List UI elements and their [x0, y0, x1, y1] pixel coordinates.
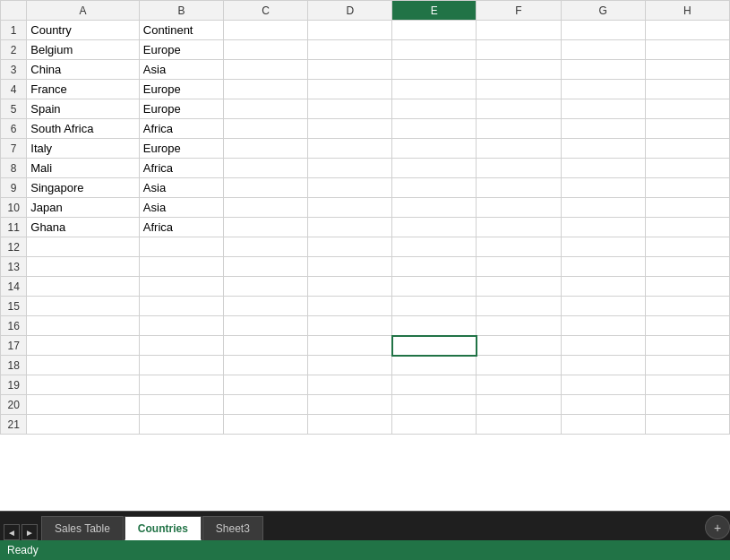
col-header-a[interactable]: A [27, 1, 140, 21]
cell-E6[interactable] [392, 119, 477, 139]
cell-H16[interactable] [645, 316, 729, 336]
cell-G16[interactable] [561, 316, 645, 336]
cell-C17[interactable] [223, 336, 307, 356]
cell-B3[interactable]: Asia [139, 60, 223, 80]
cell-H14[interactable] [645, 277, 729, 297]
cell-B5[interactable]: Europe [139, 99, 223, 119]
cell-D14[interactable] [308, 277, 392, 297]
add-sheet-button[interactable]: + [705, 515, 730, 539]
cell-C10[interactable] [223, 198, 307, 218]
cell-C3[interactable] [223, 60, 307, 80]
cell-E20[interactable] [392, 395, 477, 415]
cell-D17[interactable] [308, 336, 392, 356]
cell-C8[interactable] [223, 159, 307, 178]
cell-D3[interactable] [308, 60, 392, 80]
cell-A16[interactable] [27, 316, 140, 336]
cell-G8[interactable] [561, 159, 645, 178]
cell-F12[interactable] [477, 237, 561, 257]
col-header-h[interactable]: H [645, 1, 729, 21]
cell-E19[interactable] [392, 375, 477, 395]
cell-E16[interactable] [392, 316, 477, 336]
cell-F21[interactable] [477, 415, 561, 435]
cell-G12[interactable] [561, 237, 645, 257]
cell-E3[interactable] [392, 60, 477, 80]
cell-D4[interactable] [308, 80, 392, 99]
cell-D8[interactable] [308, 159, 392, 178]
cell-B11[interactable]: Africa [139, 218, 223, 237]
cell-H1[interactable] [645, 21, 729, 40]
cell-E2[interactable] [392, 40, 477, 60]
cell-C4[interactable] [223, 80, 307, 99]
cell-B1[interactable]: Continent [139, 21, 223, 40]
cell-B18[interactable] [139, 356, 223, 375]
cell-F17[interactable] [477, 336, 561, 356]
cell-H15[interactable] [645, 297, 729, 316]
cell-H13[interactable] [645, 257, 729, 277]
cell-B9[interactable]: Asia [139, 178, 223, 198]
cell-E12[interactable] [392, 237, 477, 257]
cell-D2[interactable] [308, 40, 392, 60]
tab-sales-table[interactable]: Sales Table [41, 516, 124, 540]
cell-D9[interactable] [308, 178, 392, 198]
cell-A4[interactable]: France [27, 80, 140, 99]
cell-E1[interactable] [392, 21, 477, 40]
cell-G18[interactable] [561, 356, 645, 375]
cell-C2[interactable] [223, 40, 307, 60]
cell-G13[interactable] [561, 257, 645, 277]
cell-A20[interactable] [27, 395, 140, 415]
cell-F13[interactable] [477, 257, 561, 277]
cell-B6[interactable]: Africa [139, 119, 223, 139]
cell-G20[interactable] [561, 395, 645, 415]
cell-F10[interactable] [477, 198, 561, 218]
cell-E7[interactable] [392, 139, 477, 159]
tab-countries[interactable]: Countries [125, 516, 202, 540]
cell-C6[interactable] [223, 119, 307, 139]
cell-E8[interactable] [392, 159, 477, 178]
cell-A1[interactable]: Country [27, 21, 140, 40]
cell-A2[interactable]: Belgium [27, 40, 140, 60]
cell-F19[interactable] [477, 375, 561, 395]
cell-D18[interactable] [308, 356, 392, 375]
cell-C18[interactable] [223, 356, 307, 375]
cell-G7[interactable] [561, 139, 645, 159]
cell-A11[interactable]: Ghana [27, 218, 140, 237]
cell-B17[interactable] [139, 336, 223, 356]
cell-F5[interactable] [477, 99, 561, 119]
cell-E13[interactable] [392, 257, 477, 277]
cell-G19[interactable] [561, 375, 645, 395]
cell-F14[interactable] [477, 277, 561, 297]
cell-A18[interactable] [27, 356, 140, 375]
col-header-d[interactable]: D [308, 1, 392, 21]
cell-D13[interactable] [308, 257, 392, 277]
cell-E17[interactable] [392, 336, 477, 356]
cell-F6[interactable] [477, 119, 561, 139]
cell-G14[interactable] [561, 277, 645, 297]
cell-E5[interactable] [392, 99, 477, 119]
cell-H6[interactable] [645, 119, 729, 139]
cell-D19[interactable] [308, 375, 392, 395]
cell-G3[interactable] [561, 60, 645, 80]
cell-F2[interactable] [477, 40, 561, 60]
cell-C16[interactable] [223, 316, 307, 336]
cell-H8[interactable] [645, 159, 729, 178]
cell-A6[interactable]: South Africa [27, 119, 140, 139]
cell-H7[interactable] [645, 139, 729, 159]
cell-C19[interactable] [223, 375, 307, 395]
cell-A9[interactable]: Singapore [27, 178, 140, 198]
cell-A3[interactable]: China [27, 60, 140, 80]
cell-B2[interactable]: Europe [139, 40, 223, 60]
cell-C11[interactable] [223, 218, 307, 237]
cell-F7[interactable] [477, 139, 561, 159]
cell-G1[interactable] [561, 21, 645, 40]
tab-prev-button[interactable]: ◄ [4, 524, 20, 540]
cell-G6[interactable] [561, 119, 645, 139]
cell-F4[interactable] [477, 80, 561, 99]
cell-A8[interactable]: Mali [27, 159, 140, 178]
cell-B4[interactable]: Europe [139, 80, 223, 99]
cell-H20[interactable] [645, 395, 729, 415]
cell-E10[interactable] [392, 198, 477, 218]
tab-sheet3[interactable]: Sheet3 [202, 516, 263, 540]
cell-G2[interactable] [561, 40, 645, 60]
cell-C20[interactable] [223, 395, 307, 415]
cell-B15[interactable] [139, 297, 223, 316]
